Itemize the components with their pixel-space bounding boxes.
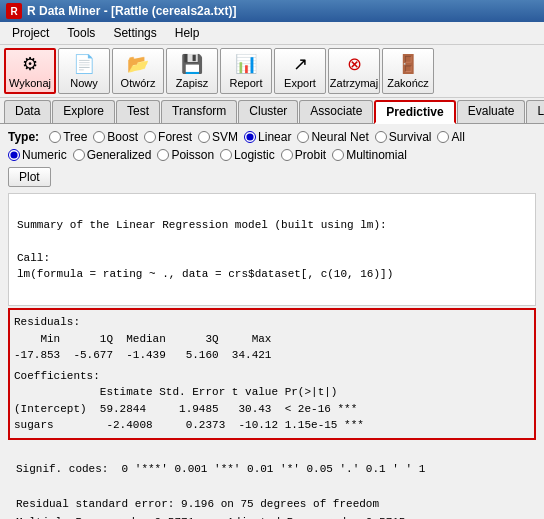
radio-numeric[interactable]: Numeric (8, 148, 67, 162)
radio-logistic-label: Logistic (234, 148, 275, 162)
radio-all-input[interactable] (437, 131, 449, 143)
zapisz-icon: 💾 (181, 53, 203, 75)
window-title: R Data Miner - [Rattle (cereals2a.txt)] (27, 4, 236, 18)
radio-generalized[interactable]: Generalized (73, 148, 152, 162)
radio-poisson-label: Poisson (171, 148, 214, 162)
menu-help[interactable]: Help (167, 24, 208, 42)
residuals-text: Residuals: Min 1Q Median 3Q Max -17.853 … (14, 314, 530, 364)
toolbar-nowy[interactable]: 📄 Nowy (58, 48, 110, 94)
zatrzymaj-icon: ⊗ (347, 53, 362, 75)
output-highlighted: Residuals: Min 1Q Median 3Q Max -17.853 … (8, 308, 536, 440)
radio-multinomial-input[interactable] (332, 149, 344, 161)
call-formula: lm(formula = rating ~ ., data = crs$data… (17, 268, 393, 280)
export-icon: ↗ (293, 53, 308, 75)
export-label: Export (284, 77, 316, 89)
radio-tree-input[interactable] (49, 131, 61, 143)
radio-probit-input[interactable] (281, 149, 293, 161)
tab-associate[interactable]: Associate (299, 100, 373, 123)
toolbar-export[interactable]: ↗ Export (274, 48, 326, 94)
signif-line: Signif. codes: 0 '***' 0.001 '**' 0.01 '… (16, 463, 425, 475)
type-label: Type: (8, 130, 39, 144)
radio-neuralnet-input[interactable] (297, 131, 309, 143)
wykonaj-icon: ⚙ (22, 53, 38, 75)
title-bar: R R Data Miner - [Rattle (cereals2a.txt)… (0, 0, 544, 22)
radio-svm-input[interactable] (198, 131, 210, 143)
type-row: Type: Tree Boost Forest SVM Linear Neura… (8, 128, 536, 146)
summary-line: Summary of the Linear Regression model (… (17, 219, 387, 231)
otworz-icon: 📂 (127, 53, 149, 75)
tab-predictive[interactable]: Predictive (374, 100, 455, 124)
toolbar: ⚙ Wykonaj 📄 Nowy 📂 Otwórz 💾 Zapisz 📊 Rep… (0, 45, 544, 98)
radio-linear-input[interactable] (244, 131, 256, 143)
plot-button[interactable]: Plot (8, 167, 51, 187)
radio-multinomial[interactable]: Multinomial (332, 148, 407, 162)
menu-project[interactable]: Project (4, 24, 57, 42)
radio-survival[interactable]: Survival (375, 130, 432, 144)
content-area: Type: Tree Boost Forest SVM Linear Neura… (0, 124, 544, 519)
tab-cluster[interactable]: Cluster (238, 100, 298, 123)
radio-multinomial-label: Multinomial (346, 148, 407, 162)
radio-generalized-input[interactable] (73, 149, 85, 161)
zakoncz-label: Zakończ (387, 77, 429, 89)
toolbar-report[interactable]: 📊 Report (220, 48, 272, 94)
menu-settings[interactable]: Settings (105, 24, 164, 42)
output-summary: Summary of the Linear Regression model (… (8, 193, 536, 306)
radio-forest[interactable]: Forest (144, 130, 192, 144)
radio-logistic[interactable]: Logistic (220, 148, 275, 162)
app-icon: R (6, 3, 22, 19)
radio-tree[interactable]: Tree (49, 130, 87, 144)
tab-transform[interactable]: Transform (161, 100, 237, 123)
radio-poisson[interactable]: Poisson (157, 148, 214, 162)
radio-linear-label: Linear (258, 130, 291, 144)
tab-bar: Data Explore Test Transform Cluster Asso… (0, 98, 544, 124)
nowy-icon: 📄 (73, 53, 95, 75)
radio-numeric-input[interactable] (8, 149, 20, 161)
radio-svm[interactable]: SVM (198, 130, 238, 144)
tab-evaluate[interactable]: Evaluate (457, 100, 526, 123)
zatrzymaj-label: Zatrzymaj (330, 77, 378, 89)
toolbar-wykonaj[interactable]: ⚙ Wykonaj (4, 48, 56, 94)
toolbar-zatrzymaj[interactable]: ⊗ Zatrzymaj (328, 48, 380, 94)
toolbar-otworz[interactable]: 📂 Otwórz (112, 48, 164, 94)
radio-forest-input[interactable] (144, 131, 156, 143)
report-label: Report (229, 77, 262, 89)
otworz-label: Otwórz (121, 77, 156, 89)
radio-poisson-input[interactable] (157, 149, 169, 161)
tab-explore[interactable]: Explore (52, 100, 115, 123)
radio-neuralnet-label: Neural Net (311, 130, 368, 144)
radio-generalized-label: Generalized (87, 148, 152, 162)
radio-numeric-label: Numeric (22, 148, 67, 162)
tab-data[interactable]: Data (4, 100, 51, 123)
sub-row: Numeric Generalized Poisson Logistic Pro… (8, 146, 536, 164)
radio-survival-input[interactable] (375, 131, 387, 143)
wykonaj-label: Wykonaj (9, 77, 51, 89)
nowy-label: Nowy (70, 77, 98, 89)
radio-tree-label: Tree (63, 130, 87, 144)
menu-bar: Project Tools Settings Help (0, 22, 544, 45)
radio-boost-input[interactable] (93, 131, 105, 143)
tab-test[interactable]: Test (116, 100, 160, 123)
toolbar-zakoncz[interactable]: 🚪 Zakończ (382, 48, 434, 94)
radio-all-label: All (451, 130, 464, 144)
zakoncz-icon: 🚪 (397, 53, 419, 75)
output-footer: Signif. codes: 0 '***' 0.001 '**' 0.01 '… (8, 440, 536, 520)
footer-line-1: Residual standard error: 9.196 on 75 deg… (16, 498, 379, 510)
report-icon: 📊 (235, 53, 257, 75)
toolbar-zapisz[interactable]: 💾 Zapisz (166, 48, 218, 94)
radio-forest-label: Forest (158, 130, 192, 144)
radio-svm-label: SVM (212, 130, 238, 144)
radio-logistic-input[interactable] (220, 149, 232, 161)
call-label: Call: (17, 252, 50, 264)
radio-boost-label: Boost (107, 130, 138, 144)
coeff-text: Coefficients: Estimate Std. Error t valu… (14, 368, 530, 434)
radio-all[interactable]: All (437, 130, 464, 144)
radio-survival-label: Survival (389, 130, 432, 144)
radio-probit[interactable]: Probit (281, 148, 326, 162)
zapisz-label: Zapisz (176, 77, 208, 89)
menu-tools[interactable]: Tools (59, 24, 103, 42)
radio-linear[interactable]: Linear (244, 130, 291, 144)
tab-log[interactable]: Log (526, 100, 544, 123)
radio-boost[interactable]: Boost (93, 130, 138, 144)
radio-probit-label: Probit (295, 148, 326, 162)
radio-neuralnet[interactable]: Neural Net (297, 130, 368, 144)
